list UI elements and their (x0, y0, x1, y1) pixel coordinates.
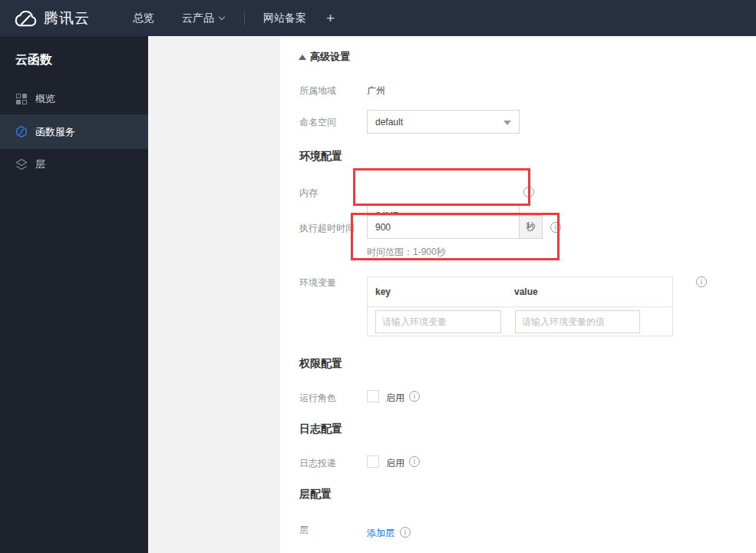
env-vars-info-icon[interactable]: i (696, 276, 707, 287)
top-navbar: 腾讯云 总览 云产品 网站备案 + (0, 0, 756, 36)
env-vars-label: 环境变量 (299, 276, 336, 290)
sidebar-item-function-service[interactable]: 函数服务 (0, 114, 148, 149)
env-vars-table: key value (367, 276, 673, 336)
add-tab-button[interactable]: + (326, 10, 335, 27)
nav-item-products[interactable]: 云产品 (182, 12, 224, 25)
sidebar: 云函数 概览 函数服务 (0, 36, 148, 553)
log-delivery-enable-label: 启用 (386, 457, 404, 470)
function-config-form: 高级设置 所属地域 广州 命名空间 default 环境配置 内存 64MB i… (280, 36, 756, 553)
nav-item-overview[interactable]: 总览 (133, 12, 154, 25)
run-role-enable-checkbox[interactable] (367, 390, 379, 402)
sidebar-item-overview[interactable]: 概览 (0, 84, 148, 114)
region-label: 所属地域 (299, 84, 336, 98)
layer-config-section-title: 层配置 (299, 488, 332, 502)
highlight-box-memory (353, 168, 530, 206)
run-role-enable-label: 启用 (386, 392, 404, 405)
timeout-input[interactable] (367, 215, 520, 239)
add-layer-link[interactable]: 添加层 (367, 527, 395, 540)
nav-item-beian[interactable]: 网站备案 (263, 12, 306, 25)
sidebar-item-label: 概览 (35, 92, 55, 106)
advanced-settings-label: 高级设置 (310, 50, 350, 64)
run-role-info-icon[interactable]: i (409, 391, 420, 402)
run-role-label: 运行角色 (299, 392, 336, 405)
chevron-down-icon (219, 14, 225, 20)
timeout-info-icon[interactable]: i (550, 222, 561, 233)
cloud-logo-icon (14, 9, 37, 28)
tencent-cloud-logo[interactable]: 腾讯云 (14, 8, 90, 28)
perm-config-section-title: 权限配置 (299, 357, 342, 371)
sidebar-item-label: 函数服务 (35, 125, 75, 139)
sidebar-item-label: 层 (35, 157, 45, 171)
scf-hexagon-icon (15, 126, 28, 138)
sidebar-title: 云函数 (0, 36, 148, 68)
memory-label: 内存 (299, 187, 318, 200)
timeout-range-hint: 时间范围：1-900秒 (367, 246, 446, 259)
region-value: 广州 (367, 84, 385, 98)
env-value-input[interactable] (515, 310, 640, 333)
sidebar-menu: 概览 函数服务 层 (0, 84, 148, 180)
log-delivery-enable-checkbox[interactable] (367, 455, 379, 468)
timeout-unit-label: 秒 (520, 215, 543, 239)
env-config-section-title: 环境配置 (299, 150, 342, 164)
timeout-label: 执行超时时间 (299, 222, 355, 235)
sidebar-item-layers[interactable]: 层 (0, 149, 148, 180)
logo-text: 腾讯云 (44, 8, 90, 28)
namespace-label: 命名空间 (299, 116, 336, 129)
log-config-section-title: 日志配置 (299, 422, 342, 436)
log-delivery-info-icon[interactable]: i (409, 456, 420, 467)
secondary-panel (148, 36, 280, 553)
collapse-up-icon (299, 55, 306, 60)
layer-label: 层 (299, 524, 309, 537)
add-layer-info-icon[interactable]: i (400, 527, 411, 538)
layers-icon (15, 158, 28, 171)
env-vars-input-row (368, 307, 672, 336)
grid-icon (15, 93, 28, 105)
namespace-selected-value: default (375, 117, 403, 127)
env-key-input[interactable] (375, 310, 501, 333)
navbar-divider (244, 12, 245, 25)
env-value-column-header: value (514, 286, 538, 297)
namespace-select[interactable]: default (367, 110, 520, 134)
env-key-column-header: key (375, 286, 514, 297)
memory-info-icon[interactable]: i (523, 187, 534, 197)
advanced-settings-toggle[interactable]: 高级设置 (299, 50, 350, 64)
chevron-down-icon (503, 121, 511, 125)
env-vars-header-row: key value (368, 277, 672, 307)
log-delivery-label: 日志投递 (299, 457, 336, 470)
